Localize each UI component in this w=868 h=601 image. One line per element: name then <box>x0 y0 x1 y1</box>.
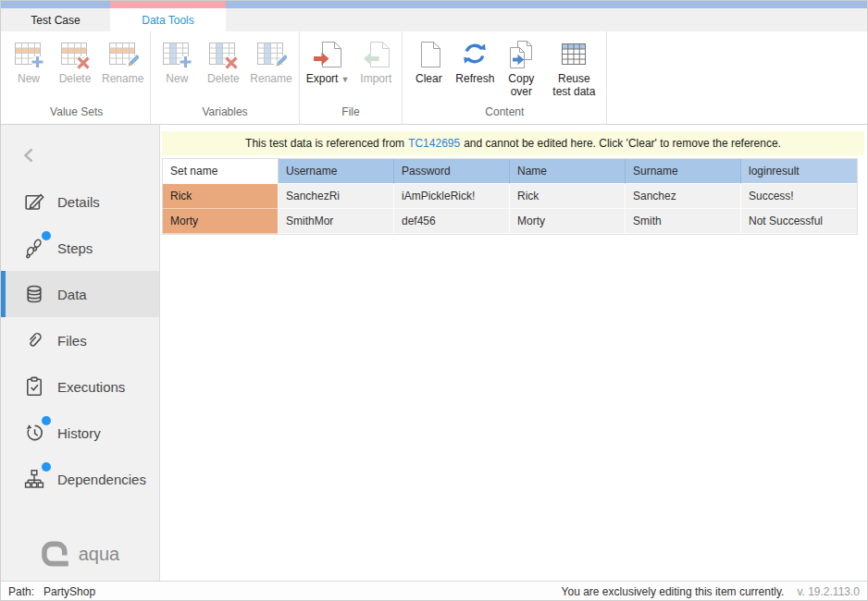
footprints-icon <box>23 237 45 259</box>
export-icon <box>312 39 343 70</box>
table-cell[interactable]: def456 <box>394 209 510 234</box>
export-button[interactable]: Export▼ <box>306 39 350 85</box>
table-cell[interactable]: Sanchez <box>626 184 741 209</box>
sidebar-item-dependencies[interactable]: Dependencies <box>1 456 159 502</box>
notification-dot <box>42 231 51 240</box>
history-icon <box>23 422 45 444</box>
table-cell[interactable]: Smith <box>626 209 741 234</box>
value-sets-delete-button[interactable]: Delete <box>56 39 94 85</box>
exclusive-editing-status: You are exclusively editing this item cu… <box>562 585 785 598</box>
edit-icon <box>23 190 45 213</box>
sidebar-item-data[interactable]: Data <box>1 271 159 317</box>
paperclip-icon <box>23 329 45 351</box>
reuse-test-data-button[interactable]: Reuse test data <box>548 39 600 99</box>
aqua-logo: aqua <box>1 540 159 568</box>
tab-test-case[interactable]: Test Case <box>1 8 110 31</box>
version-label: v. 19.2.113.0 <box>797 585 860 598</box>
column-header-name[interactable]: Name <box>510 159 626 184</box>
ribbon-group-file: Export▼ Import File <box>300 31 403 124</box>
ribbon-group-variables: New Delete Rename Variables <box>151 31 299 124</box>
table-cell[interactable]: SanchezRi <box>279 184 394 209</box>
variables-rename-button[interactable]: Rename <box>250 39 291 85</box>
column-header-set-name[interactable]: Set name <box>163 159 279 184</box>
column-header-surname[interactable]: Surname <box>626 159 741 184</box>
sidebar-nav: Details Steps Data Files Executions <box>1 178 159 502</box>
ribbon-group-label: Variables <box>196 104 253 124</box>
test-case-link[interactable]: TC142695 <box>408 137 460 150</box>
sidebar-item-steps[interactable]: Steps <box>1 225 159 271</box>
table-cell[interactable]: iAmPickleRick! <box>394 184 510 209</box>
notification-text: and cannot be edited here. Click 'Clear'… <box>464 137 781 150</box>
status-bar: Path: PartyShop You are exclusively edit… <box>1 581 867 601</box>
table-cell[interactable]: Rick <box>510 184 626 209</box>
aqua-logo-icon <box>41 540 72 568</box>
ribbon-group-content: Clear Refresh Copy over Reuse test data … <box>403 31 607 124</box>
sidebar-item-details[interactable]: Details <box>1 178 159 225</box>
ribbon-group-label: File <box>336 104 365 124</box>
notification-dot <box>42 462 51 472</box>
ribbon-tab-bar: Test Case Data Tools <box>1 8 867 31</box>
active-tab-accent-strip <box>110 1 226 8</box>
top-accent-strip <box>1 1 867 8</box>
table-column-rename-icon <box>255 39 287 70</box>
import-icon <box>360 39 391 70</box>
reference-notification-bar: This test data is referenced from TC1426… <box>162 131 864 155</box>
ribbon-toolbar: New Delete Rename Value Sets New <box>1 31 867 125</box>
notification-dot <box>42 416 51 425</box>
copy-over-button[interactable]: Copy over <box>502 39 540 99</box>
table-column-delete-icon <box>207 39 239 70</box>
table-cell-set-name[interactable]: Rick <box>163 184 279 209</box>
table-cell[interactable]: Morty <box>510 209 626 234</box>
path-label: Path: <box>8 585 34 598</box>
table-row-new-icon <box>13 39 44 70</box>
dropdown-caret-icon: ▼ <box>341 75 349 84</box>
notification-text: This test data is referenced from <box>245 137 404 150</box>
import-button[interactable]: Import <box>356 39 395 85</box>
table-cell-set-name[interactable]: Morty <box>163 209 279 234</box>
ribbon-group-value-sets: New Delete Rename Value Sets <box>3 31 151 124</box>
table-cell[interactable]: SmithMor <box>279 209 394 234</box>
data-panel: This test data is referenced from TC1426… <box>160 125 867 581</box>
column-header-username[interactable]: Username <box>279 159 394 184</box>
ribbon-group-label: Content <box>479 104 529 124</box>
left-sidebar: Details Steps Data Files Executions <box>1 125 160 581</box>
path-value: PartyShop <box>43 585 95 598</box>
table-row-delete-icon <box>59 39 91 70</box>
clear-button[interactable]: Clear <box>409 39 448 85</box>
sidebar-item-executions[interactable]: Executions <box>1 363 159 410</box>
aqua-logo-text: aqua <box>79 544 120 565</box>
ribbon-group-label: Value Sets <box>44 104 108 124</box>
org-tree-icon <box>23 468 45 490</box>
refresh-button[interactable]: Refresh <box>455 39 494 85</box>
collapse-sidebar-button[interactable] <box>21 147 38 164</box>
variables-new-button[interactable]: New <box>157 39 196 85</box>
chevron-left-icon <box>21 147 38 164</box>
copy-over-icon <box>505 39 537 70</box>
sidebar-item-files[interactable]: Files <box>1 317 159 363</box>
reuse-test-data-icon <box>558 39 589 70</box>
aqua-app-window: Test Case Data Tools New Delete Rename V… <box>0 0 868 601</box>
table-row-rename-icon <box>107 39 139 70</box>
tab-data-tools[interactable]: Data Tools <box>110 8 226 31</box>
table-cell[interactable]: Success! <box>741 184 857 209</box>
value-sets-rename-button[interactable]: Rename <box>102 39 143 85</box>
table-cell[interactable]: Not Successful <box>741 209 857 234</box>
clear-page-icon <box>413 39 444 70</box>
table-column-new-icon <box>161 39 192 70</box>
value-sets-new-button[interactable]: New <box>9 39 48 85</box>
database-icon <box>23 283 45 305</box>
refresh-icon <box>459 39 490 70</box>
column-header-loginresult[interactable]: loginresult <box>741 159 857 184</box>
column-header-password[interactable]: Password <box>394 159 510 184</box>
test-data-table: Set name Username Password Name Surname … <box>162 158 858 235</box>
sidebar-item-history[interactable]: History <box>1 410 159 456</box>
variables-delete-button[interactable]: Delete <box>204 39 242 85</box>
clipboard-check-icon <box>23 375 45 398</box>
